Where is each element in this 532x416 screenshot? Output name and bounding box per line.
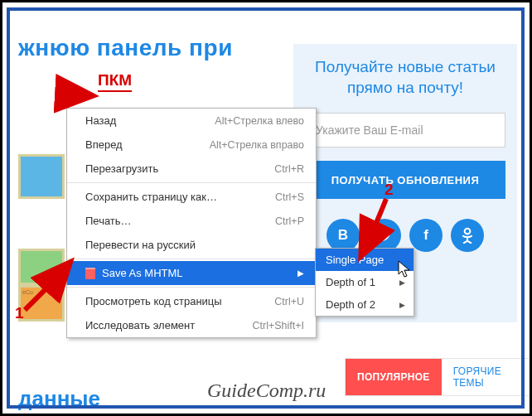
ctx-separator <box>67 287 316 288</box>
annotation-step-1: 1 <box>15 304 24 322</box>
chevron-right-icon: ▶ <box>399 278 405 287</box>
email-field[interactable] <box>305 113 505 148</box>
social-facebook-icon[interactable]: f <box>409 219 443 252</box>
chevron-right-icon: ▶ <box>399 301 405 309</box>
submenu-depth-1[interactable]: Depth of 1▶ <box>316 271 414 293</box>
document-icon <box>85 268 95 279</box>
annotation-step-2: 2 <box>384 181 394 199</box>
context-menu: НазадAlt+Стрелка влево ВпередAlt+Стрелка… <box>66 108 317 338</box>
color-swatch-blue <box>18 154 65 199</box>
annotation-pkm: ПКМ <box>98 71 132 92</box>
color-swatch-green <box>18 249 65 285</box>
svg-point-0 <box>465 229 471 235</box>
color-swatch-orange: eCo <box>18 285 65 322</box>
submenu-depth-2[interactable]: Depth of 2▶ <box>316 293 414 316</box>
ctx-view-source[interactable]: Просмотреть код страницыCtrl+U <box>67 289 316 313</box>
tab-popular[interactable]: ПОПУЛЯРНОЕ <box>346 359 442 395</box>
ctx-inspect[interactable]: Исследовать элементCtrl+Shift+I <box>67 313 316 337</box>
ctx-save-mhtml[interactable]: Save As MHTML ▶ <box>67 261 316 285</box>
subscribe-button[interactable]: ПОЛУЧАТЬ ОБНОВЛЕНИЯ <box>305 161 505 199</box>
ctx-back[interactable]: НазадAlt+Стрелка влево <box>67 109 316 133</box>
ctx-save-as[interactable]: Сохранить страницу как…Ctrl+S <box>67 185 316 209</box>
page-subheading: данные <box>18 386 100 412</box>
tab-hot-topics[interactable]: ГОРЯЧИЕ ТЕМЫ <box>442 359 531 395</box>
ctx-reload[interactable]: ПерезагрузитьCtrl+R <box>67 157 316 181</box>
watermark: GuideComp.ru <box>207 380 326 402</box>
ctx-separator <box>67 182 316 183</box>
page-title: жнюю панель при <box>18 35 233 61</box>
save-mhtml-submenu: Single Page Depth of 1▶ Depth of 2▶ <box>315 248 414 317</box>
submenu-single-page[interactable]: Single Page <box>316 249 414 271</box>
chevron-right-icon: ▶ <box>297 268 304 278</box>
bottom-tabs: ПОПУЛЯРНОЕ ГОРЯЧИЕ ТЕМЫ <box>345 358 532 396</box>
social-ok-icon[interactable] <box>451 219 484 252</box>
sidebar-heading: Получайте новые статьи прямо на почту! <box>305 57 505 98</box>
ctx-translate[interactable]: Перевести на русский <box>67 233 316 257</box>
ctx-forward[interactable]: ВпередAlt+Стрелка вправо <box>67 133 316 157</box>
ctx-separator <box>67 259 316 259</box>
ctx-print[interactable]: Печать…Ctrl+P <box>67 209 316 233</box>
